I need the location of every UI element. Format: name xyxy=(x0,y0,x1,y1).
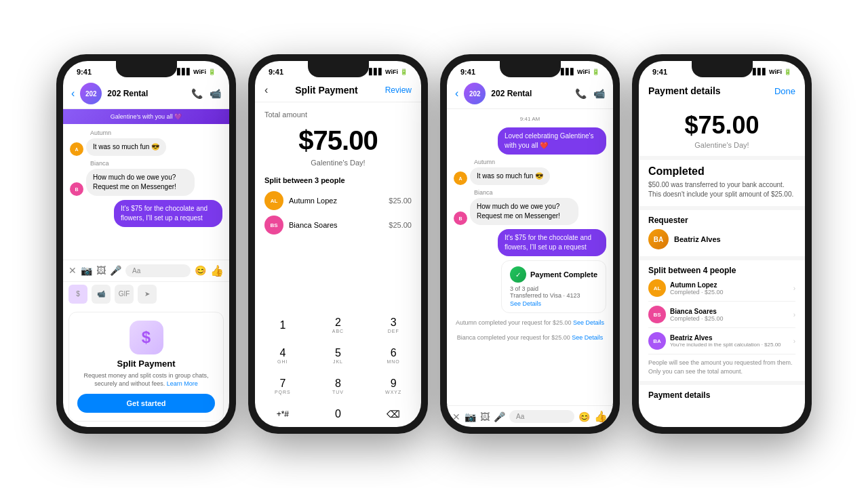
split-payment-card: $ Split Payment Request money and split … xyxy=(68,312,224,422)
avatar-bianca: B xyxy=(70,182,83,196)
timestamp-3: 9:41 AM xyxy=(454,116,606,122)
see-details-link[interactable]: See Details xyxy=(510,300,597,307)
key-6[interactable]: 6MNO xyxy=(366,340,421,371)
split-status-beatriz: You're included in the split calculation… xyxy=(670,342,781,348)
msg-group-bianca-3: Bianca B How much do we owe you? Request… xyxy=(454,189,606,225)
key-3[interactable]: 3DEF xyxy=(366,310,421,340)
payment-complete-header: ✓ Payment Complete xyxy=(510,266,597,283)
avatar-bianca-3: B xyxy=(454,211,467,225)
msg-group-autumn: Autumn A It was so much fun 😎 xyxy=(70,129,222,156)
key-7[interactable]: 7PQRS xyxy=(255,371,311,401)
split-name-autumn: Autumn Lopez xyxy=(670,281,724,289)
key-delete[interactable]: ⌫ xyxy=(366,401,421,427)
split-title: Split Payment xyxy=(77,359,215,369)
key-9[interactable]: 9WXYZ xyxy=(366,371,421,401)
status-icons-2: ▋▋▋ WiFi 🔋 xyxy=(369,68,408,75)
mic-icon-3[interactable]: 🎤 xyxy=(494,411,505,422)
video-icon[interactable]: 📹 xyxy=(210,88,221,99)
close-icon-3[interactable]: ✕ xyxy=(452,411,460,422)
send-plugin-btn[interactable]: ➤ xyxy=(138,285,157,304)
split-section-title: Split between 4 people xyxy=(648,266,795,275)
split-avatar-bianca: BS xyxy=(648,306,666,323)
payment-header: ‹ Split Payment Review xyxy=(255,79,421,102)
divider-2 xyxy=(639,206,805,210)
chat-toolbar-1: ✕ 📷 🖼 🎤 Aa 😊 👍 xyxy=(63,260,229,281)
mic-icon[interactable]: 🎤 xyxy=(110,265,121,276)
status-icons-1: ▋▋▋ WiFi 🔋 xyxy=(177,68,216,75)
divider-1 xyxy=(639,156,805,160)
camera-icon[interactable]: 📷 xyxy=(81,265,92,276)
phone-1: 9:41 ▋▋▋ WiFi 🔋 ‹ 202 202 Rental 📞 📹 xyxy=(56,54,236,434)
payment-review-link[interactable]: Review xyxy=(385,85,412,95)
split-status-bianca: Completed · $25.00 xyxy=(670,315,724,322)
learn-more-link[interactable]: Learn More xyxy=(167,380,198,387)
wifi-icon-3: WiFi xyxy=(577,68,590,75)
sender-bianca: Bianca xyxy=(90,160,222,167)
bubble-autumn: It was so much fun 😎 xyxy=(86,138,166,156)
notch-2 xyxy=(308,61,369,77)
split-desc: Request money and split costs in group c… xyxy=(77,371,215,388)
divider-3 xyxy=(639,256,805,260)
chat-messages-1: Autumn A It was so much fun 😎 Bianca B H… xyxy=(63,124,229,260)
chat-name-1: 202 Rental xyxy=(107,89,186,98)
sender-bianca-3: Bianca xyxy=(474,189,606,196)
payment-back-icon[interactable]: ‹ xyxy=(264,84,268,96)
chevron-beatriz: › xyxy=(793,338,795,345)
requester-section-title: Requester xyxy=(648,216,795,225)
gif-plugin-btn[interactable]: GIF xyxy=(115,285,134,304)
like-icon-3[interactable]: 👍 xyxy=(594,410,608,423)
message-input[interactable]: Aa xyxy=(125,264,191,277)
like-icon[interactable]: 👍 xyxy=(210,264,224,277)
avatar-autumn-3: A xyxy=(454,171,467,185)
wifi-icon: WiFi xyxy=(193,68,206,75)
time-3: 9:41 xyxy=(460,68,475,76)
key-0[interactable]: 0 xyxy=(311,401,366,427)
split-person-autumn: AL Autumn Lopez $25.00 xyxy=(264,191,412,210)
done-button[interactable]: Done xyxy=(774,86,795,96)
phone-2: 9:41 ▋▋▋ WiFi 🔋 ‹ Split Payment Review T… xyxy=(248,54,428,434)
get-started-button[interactable]: Get started xyxy=(77,394,215,413)
battery-icon-4: 🔋 xyxy=(784,68,791,75)
chat-messages-3: 9:41 AM Loved celebrating Galentine's wi… xyxy=(447,109,613,405)
see-details-autumn[interactable]: See Details xyxy=(573,319,604,326)
video-plugin-btn[interactable]: 📹 xyxy=(92,285,111,304)
chat-header-info-1: 202 Rental xyxy=(107,89,186,98)
chevron-bianca: › xyxy=(793,311,795,319)
key-1[interactable]: 1 xyxy=(255,310,311,340)
chat-plugins-1: $ 📹 GIF ➤ xyxy=(63,281,229,306)
msg-group-autumn-3: Autumn A It was so much fun 😎 xyxy=(454,159,606,185)
key-4[interactable]: 4GHI xyxy=(255,340,311,371)
amount-display: $75.00 xyxy=(264,125,412,156)
camera-icon-3[interactable]: 📷 xyxy=(465,411,476,422)
emoji-icon[interactable]: 😊 xyxy=(195,265,206,276)
back-icon-1[interactable]: ‹ xyxy=(71,87,75,100)
key-5[interactable]: 5JKL xyxy=(311,340,366,371)
emoji-icon-3[interactable]: 😊 xyxy=(578,411,590,422)
wifi-icon-2: WiFi xyxy=(385,68,398,75)
image-icon[interactable]: 🖼 xyxy=(96,265,106,276)
close-icon[interactable]: ✕ xyxy=(68,265,77,276)
group-avatar-3: 202 xyxy=(464,83,486,104)
dollar-plugin-btn[interactable]: $ xyxy=(68,285,87,304)
bubble-bianca: How much do we owe you? Request me on Me… xyxy=(86,169,195,196)
split-item-autumn: AL Autumn Lopez Completed · $25.00 › xyxy=(648,279,795,302)
sender-autumn-3: Autumn xyxy=(474,159,606,165)
chat-header-actions-3: 📞 📹 xyxy=(575,88,605,99)
phone-icon[interactable]: 📞 xyxy=(191,88,203,99)
payment-complete-title: Payment Complete xyxy=(530,270,597,279)
person-avatar-bianca: BS xyxy=(264,216,283,235)
chat-toolbar-3: ✕ 📷 🖼 🎤 Aa 😊 👍 xyxy=(447,405,613,427)
key-symbols[interactable]: +*# xyxy=(255,401,311,427)
video-icon-3[interactable]: 📹 xyxy=(593,88,605,99)
battery-icon-3: 🔋 xyxy=(592,68,599,75)
phone-icon-3[interactable]: 📞 xyxy=(575,88,587,99)
key-8[interactable]: 8TUV xyxy=(311,371,366,401)
key-2[interactable]: 2ABC xyxy=(311,310,366,340)
avatar-autumn: A xyxy=(70,142,83,156)
back-icon-3[interactable]: ‹ xyxy=(455,87,458,100)
see-details-bianca[interactable]: See Details xyxy=(572,334,603,341)
payment-content: Total amount $75.00 Galentine's Day! Spl… xyxy=(255,102,421,310)
details-amount: $75.00 xyxy=(648,111,795,140)
image-icon-3[interactable]: 🖼 xyxy=(480,411,490,422)
message-input-3[interactable]: Aa xyxy=(509,410,574,423)
